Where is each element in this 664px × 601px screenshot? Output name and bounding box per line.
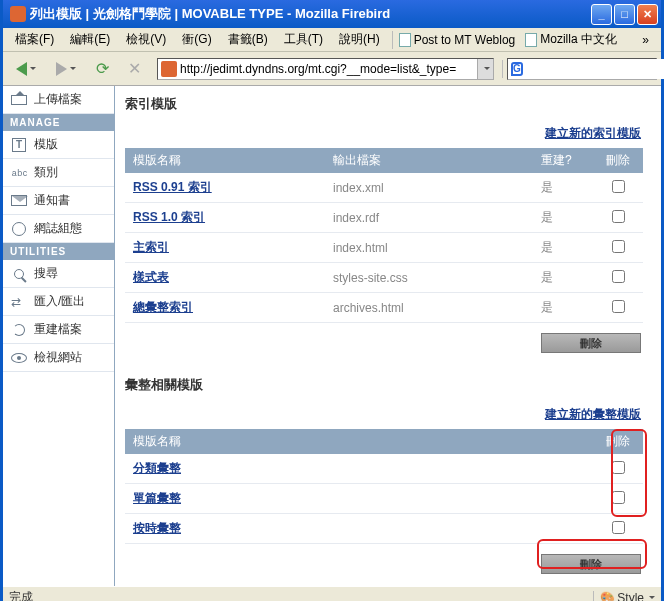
template-link[interactable]: 按時彙整 [133,521,181,535]
google-icon: G [511,62,523,76]
menu-bookmarks[interactable]: 書籤(B) [222,29,274,50]
sidebar-rebuild[interactable]: 重建檔案 [3,316,114,344]
delete-checkbox[interactable] [612,180,625,193]
menu-view[interactable]: 檢視(V) [120,29,172,50]
back-button[interactable] [7,55,45,83]
bookmark-mozilla-zh[interactable]: Mozilla 中文化 [525,31,617,48]
forward-button[interactable] [47,55,85,83]
menu-overflow-icon[interactable]: » [636,33,655,47]
reload-button[interactable]: ⟳ [87,55,117,83]
palette-icon: 🎨 [600,591,615,602]
rebuild-icon [13,324,25,336]
table-row: 主索引index.html是 [125,233,643,263]
search-input[interactable] [526,59,664,79]
main-content: 索引模版 建立新的索引模版 模版名稱 輸出檔案 重建? 刪除 RSS 0.91 … [115,86,661,586]
url-dropdown-icon[interactable] [477,59,493,79]
sidebar-header-manage: MANAGE [3,114,114,131]
th-rebuild: 重建? [533,148,593,173]
url-input[interactable] [180,59,477,79]
delete-checkbox[interactable] [612,270,625,283]
th-delete: 刪除 [593,148,643,173]
bookmark-post-to-mt[interactable]: Post to MT Weblog [399,33,516,47]
delete-checkbox[interactable] [612,521,625,534]
stop-icon: ✕ [128,59,141,78]
section-title-index: 索引模版 [125,92,643,121]
sidebar-weblog-config[interactable]: 網誌組態 [3,215,114,243]
template-link[interactable]: 樣式表 [133,270,169,284]
sidebar-upload[interactable]: 上傳檔案 [3,86,114,114]
template-link[interactable]: 總彙整索引 [133,300,193,314]
table-row: 總彙整索引archives.html是 [125,293,643,323]
stop-button[interactable]: ✕ [119,55,149,83]
address-bar[interactable] [157,58,494,80]
delete-checkbox[interactable] [612,300,625,313]
minimize-button[interactable]: _ [591,4,612,25]
status-text: 完成 [9,589,593,601]
sidebar-search[interactable]: 搜尋 [3,260,114,288]
sidebar-templates[interactable]: T模版 [3,131,114,159]
search-bar[interactable]: G [507,58,657,80]
sidebar-notifications[interactable]: 通知書 [3,187,114,215]
maximize-button[interactable]: □ [614,4,635,25]
delete-index-button[interactable]: 刪除 [541,333,641,353]
page-icon [399,33,411,47]
menu-go[interactable]: 衝(G) [176,29,217,50]
template-link[interactable]: 分類彙整 [133,461,181,475]
create-archive-template-link[interactable]: 建立新的彙整模版 [545,407,641,421]
delete-checkbox[interactable] [612,240,625,253]
section-title-archive: 彙整相關模版 [125,373,643,402]
upload-icon [11,95,27,105]
page-icon [525,33,537,47]
highlight-annotation [537,539,647,569]
back-arrow-icon [16,62,27,76]
archive-templates-table: 模版名稱 刪除 分類彙整 單篇彙整 按時彙整 [125,429,643,544]
menu-tools[interactable]: 工具(T) [278,29,329,50]
close-window-button[interactable]: ✕ [637,4,658,25]
menu-file[interactable]: 檔案(F) [9,29,60,50]
search-icon [14,269,24,279]
mail-icon [11,195,27,206]
template-link[interactable]: 主索引 [133,240,169,254]
eye-icon [11,353,27,363]
sidebar-view-site[interactable]: 檢視網站 [3,344,114,372]
import-export-icon [11,295,27,309]
template-link[interactable]: RSS 1.0 索引 [133,210,205,224]
style-selector[interactable]: 🎨 Style [593,591,655,602]
window-titlebar: 列出模版 | 光劍格鬥學院 | MOVABLE TYPE - Mozilla F… [3,0,661,28]
sidebar-header-utilities: UTILITIES [3,243,114,260]
status-bar: 完成 🎨 Style [3,586,661,601]
forward-arrow-icon [56,62,67,76]
template-icon: T [12,138,26,152]
table-row: 樣式表styles-site.css是 [125,263,643,293]
th-output: 輸出檔案 [325,148,533,173]
window-title: 列出模版 | 光劍格鬥學院 | MOVABLE TYPE - Mozilla F… [30,5,591,23]
index-templates-table: 模版名稱 輸出檔案 重建? 刪除 RSS 0.91 索引index.xml是 R… [125,148,643,323]
table-row: 分類彙整 [125,454,643,484]
site-icon [161,61,177,77]
globe-icon [12,222,26,236]
sidebar: 上傳檔案 MANAGE T模版 a b c類別 通知書 網誌組態 UTILITI… [3,86,115,586]
category-icon: a b c [10,166,28,180]
navigation-toolbar: ⟳ ✕ G [3,52,661,86]
highlight-annotation [611,429,647,517]
create-index-template-link[interactable]: 建立新的索引模版 [545,126,641,140]
reload-icon: ⟳ [96,59,109,78]
sidebar-categories[interactable]: a b c類別 [3,159,114,187]
table-row: RSS 0.91 索引index.xml是 [125,173,643,203]
sidebar-import-export[interactable]: 匯入/匯出 [3,288,114,316]
menu-edit[interactable]: 編輯(E) [64,29,116,50]
template-link[interactable]: RSS 0.91 索引 [133,180,212,194]
th-name: 模版名稱 [125,429,593,454]
table-row: 單篇彙整 [125,484,643,514]
app-icon [10,6,26,22]
template-link[interactable]: 單篇彙整 [133,491,181,505]
table-row: RSS 1.0 索引index.rdf是 [125,203,643,233]
th-name: 模版名稱 [125,148,325,173]
menu-help[interactable]: 說明(H) [333,29,386,50]
delete-checkbox[interactable] [612,210,625,223]
menu-bar: 檔案(F) 編輯(E) 檢視(V) 衝(G) 書籤(B) 工具(T) 說明(H)… [3,28,661,52]
